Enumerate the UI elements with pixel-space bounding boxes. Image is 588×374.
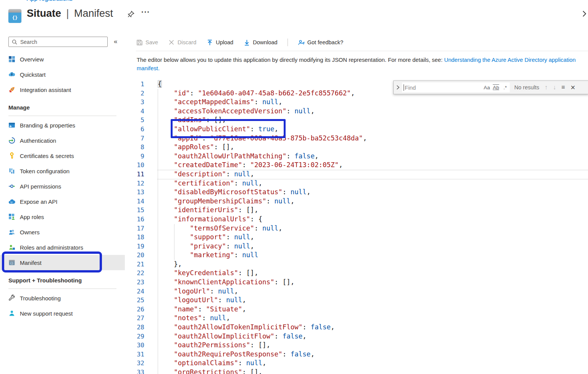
collapse-sidebar-icon[interactable]: « xyxy=(114,38,117,45)
token-icon xyxy=(8,168,15,174)
toolbar-button-label: Save xyxy=(145,39,158,45)
support-person-icon xyxy=(8,310,15,317)
code-line: 26 "name": "Situate", xyxy=(125,305,588,314)
overview-icon xyxy=(8,56,15,63)
code-line: 3 "acceptMappedClaims": null, xyxy=(125,98,588,107)
code-text: "marketing": null xyxy=(158,251,258,260)
line-number: 2 xyxy=(125,89,144,98)
match-case-icon[interactable]: Aa xyxy=(482,85,491,90)
line-number: 4 xyxy=(125,107,144,116)
code-text: "termsOfService": null, xyxy=(158,224,283,233)
page-title-separator: | xyxy=(64,8,71,19)
code-text: "privacy": null, xyxy=(158,242,254,251)
code-text: "appId": "d77e16ae-008a-48a5-875b-ba52c5… xyxy=(158,134,367,143)
save-button[interactable]: Save xyxy=(136,39,158,46)
code-text: "logoUrl": null, xyxy=(158,287,238,296)
sidebar-item-api-permissions[interactable]: API permissions xyxy=(0,179,125,194)
code-line: 18 "support": null, xyxy=(125,233,588,242)
sidebar-item-manifest[interactable]: {}Manifest xyxy=(0,255,125,270)
whole-word-icon[interactable]: Ab xyxy=(491,85,501,90)
code-line: 12 "certification": null, xyxy=(125,179,588,188)
code-line: 4 "accessTokenAcceptedVersion": null, xyxy=(125,107,588,116)
line-number: 16 xyxy=(125,215,144,224)
find-in-selection-icon[interactable]: ≡ xyxy=(561,84,565,91)
more-options-icon[interactable]: ··· xyxy=(141,8,150,16)
code-line: 31 "oauth2RequirePostResponse": false, xyxy=(125,350,588,359)
sidebar-item-label: Expose an API xyxy=(20,198,57,205)
code-text: "disabledByMicrosoftStatus": null, xyxy=(158,188,310,197)
line-number: 9 xyxy=(125,152,144,161)
cloud-api-icon xyxy=(8,198,15,205)
find-input-box[interactable]: Aa Ab .* xyxy=(402,82,510,92)
sidebar-item-label: Roles and administrators xyxy=(20,244,83,251)
sidebar-item-overview[interactable]: Overview xyxy=(0,52,125,67)
rocket-icon xyxy=(8,86,15,93)
sidebar-item-authentication[interactable]: Authentication xyxy=(0,133,125,148)
line-number: 15 xyxy=(125,206,144,215)
code-line: 28 "oauth2AllowIdTokenImplicitFlow": fal… xyxy=(125,323,588,332)
toolbar-button-label: Download xyxy=(253,39,278,45)
sidebar-item-roles-and-administrators[interactable]: Roles and administrators xyxy=(0,240,125,255)
code-line: 32 "optionalClaims": null, xyxy=(125,359,588,368)
discard-button[interactable]: Discard xyxy=(168,39,196,46)
sidebar-nav: OverviewQuickstartIntegration assistantM… xyxy=(0,52,125,321)
sidebar-item-label: Integration assistant xyxy=(20,87,71,93)
sidebar-item-token-configuration[interactable]: Token configuration xyxy=(0,163,125,179)
line-number: 23 xyxy=(125,278,144,287)
svg-text:{}: {} xyxy=(10,261,14,265)
line-number: 29 xyxy=(125,332,144,341)
sidebar-item-quickstart[interactable]: Quickstart xyxy=(0,67,125,82)
line-number: 25 xyxy=(125,296,144,305)
find-expand-chevron-icon[interactable] xyxy=(394,85,402,90)
expand-blade-chevron-icon[interactable] xyxy=(580,10,588,18)
sidebar-item-app-roles[interactable]: App roles xyxy=(0,209,125,224)
code-line: 27 "notes": null, xyxy=(125,314,588,323)
code-line: 11 "description": null, xyxy=(125,170,588,179)
feedback-button[interactable]: Got feedback? xyxy=(298,39,343,46)
regex-icon[interactable]: .* xyxy=(501,85,510,90)
download-button[interactable]: Download xyxy=(243,39,278,46)
code-text: "id": "1e604a60-a047-45a8-b662-2e5fc8557… xyxy=(158,89,355,98)
app-roles-icon xyxy=(8,213,15,220)
toolbar-divider xyxy=(136,51,588,51)
manifest-icon: {} xyxy=(8,259,15,266)
code-line: 6 "allowPublicClient": true, xyxy=(125,125,588,134)
sidebar-item-owners[interactable]: Owners xyxy=(0,224,125,240)
next-match-icon[interactable]: ↓ xyxy=(553,84,556,91)
line-number: 8 xyxy=(125,143,144,152)
previous-match-icon[interactable]: ↑ xyxy=(544,84,548,91)
owners-icon xyxy=(8,229,15,235)
code-text: "oauth2Permissions": [], xyxy=(158,341,270,350)
code-text: "createdDateTime": "2023-06-24T13:02:05Z… xyxy=(158,161,343,170)
find-input[interactable] xyxy=(404,84,482,91)
breadcrumb[interactable]: App registrations xyxy=(0,0,160,3)
sidebar-item-label: Branding & properties xyxy=(20,122,75,129)
manifest-description: The editor below allows you to update th… xyxy=(137,56,588,73)
code-text: "certification": null, xyxy=(158,179,262,188)
sidebar-item-certificates-secrets[interactable]: Certificates & secrets xyxy=(0,148,125,163)
code-line: 7 "appId": "d77e16ae-008a-48a5-875b-ba52… xyxy=(125,134,588,143)
close-find-icon[interactable]: ✕ xyxy=(570,84,575,91)
sidebar-item-integration-assistant[interactable]: Integration assistant xyxy=(0,82,125,97)
code-text: "support": null, xyxy=(158,233,254,242)
code-text: "oauth2AllowUrlPathMatching": false, xyxy=(158,152,318,161)
sidebar-item-troubleshooting[interactable]: Troubleshooting xyxy=(0,290,125,306)
search-icon xyxy=(12,39,17,45)
search-input[interactable] xyxy=(19,39,107,45)
sidebar-item-branding-properties[interactable]: Branding & properties xyxy=(0,118,125,133)
line-number: 19 xyxy=(125,242,144,251)
pin-icon[interactable] xyxy=(127,10,135,18)
code-text: "addIns": [], xyxy=(158,116,226,125)
line-number: 14 xyxy=(125,197,144,206)
upload-button[interactable]: Upload xyxy=(206,39,233,46)
sidebar-item-new-support-request[interactable]: New support request xyxy=(0,306,125,321)
code-text: "description": null, xyxy=(158,170,254,179)
code-line: 22 "keyCredentials": [], xyxy=(125,269,588,278)
breadcrumb-clipped-link[interactable]: App registrations xyxy=(27,0,73,2)
sidebar-search[interactable] xyxy=(8,37,108,47)
sidebar-item-expose-an-api[interactable]: Expose an API xyxy=(0,194,125,209)
code-text: "identifierUris": [], xyxy=(158,206,258,215)
sidebar-item-label: Manifest xyxy=(20,260,42,266)
line-number: 20 xyxy=(125,251,144,260)
json-editor[interactable]: 1{2 "id": "1e604a60-a047-45a8-b662-2e5fc… xyxy=(125,79,588,374)
